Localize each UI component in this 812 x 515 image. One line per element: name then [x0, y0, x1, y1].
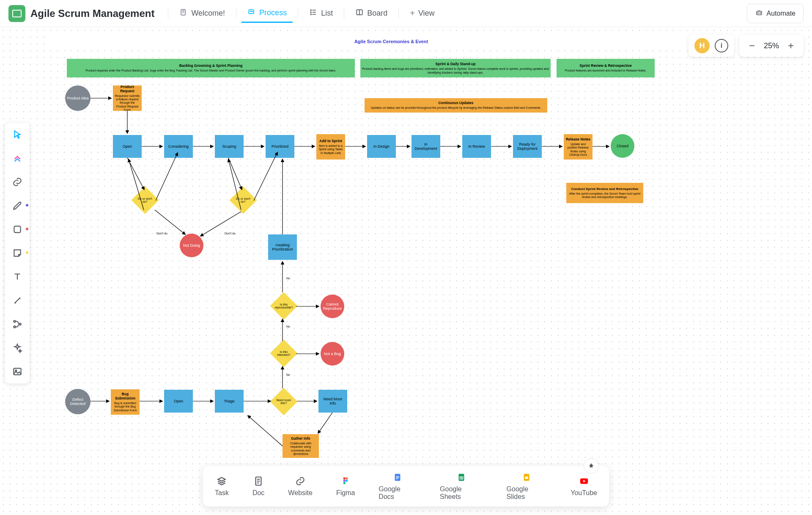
svg-point-11	[14, 326, 15, 328]
svg-point-4	[310, 14, 311, 15]
svg-point-7	[757, 13, 758, 14]
svg-point-12	[19, 323, 21, 325]
insert-website[interactable]: Website	[288, 476, 313, 497]
link-tool[interactable]	[10, 174, 25, 190]
gsheets-icon	[456, 472, 467, 483]
nav-label: Board	[367, 9, 387, 18]
cursor-tool[interactable]	[10, 127, 25, 142]
svg-point-2	[310, 10, 311, 11]
svg-rect-1	[249, 10, 254, 14]
collaborators-group: H i	[689, 35, 734, 57]
nav-label: Process	[259, 8, 287, 17]
zoom-out-button[interactable]: −	[747, 40, 757, 52]
insert-youtube[interactable]: YouTube	[571, 476, 597, 497]
nav-label: View	[418, 9, 435, 18]
insert-figma[interactable]: Figma	[336, 476, 355, 497]
shape-tool[interactable]	[10, 222, 25, 237]
insert-gdocs[interactable]: Google Docs	[379, 472, 416, 501]
insert-gslides[interactable]: Google Slides	[507, 472, 547, 501]
svg-point-10	[14, 320, 15, 322]
board-icon	[355, 8, 364, 19]
plus-icon: +	[410, 8, 415, 18]
svg-rect-9	[14, 226, 20, 232]
svg-rect-23	[396, 477, 399, 478]
flow-arrows	[0, 27, 812, 515]
task-icon	[216, 476, 227, 487]
pin-button[interactable]	[584, 458, 599, 474]
clickup-tool[interactable]	[10, 151, 25, 166]
user-avatar[interactable]: H	[694, 38, 710, 53]
nav-label: Welcome!	[191, 9, 225, 18]
text-tool[interactable]	[10, 269, 25, 284]
youtube-icon	[579, 476, 590, 487]
app-icon	[8, 5, 25, 22]
ai-tool[interactable]	[10, 340, 25, 355]
tools-toolbar	[5, 123, 30, 383]
svg-rect-13	[14, 368, 21, 375]
svg-point-3	[310, 12, 311, 13]
nav-label: List	[321, 9, 333, 18]
sticky-tool[interactable]	[10, 245, 25, 261]
zoom-in-button[interactable]: +	[786, 40, 796, 52]
insert-doc[interactable]: Doc	[252, 476, 264, 497]
app-title: Agile Scrum Management	[30, 8, 154, 19]
automate-button[interactable]: Automate	[747, 4, 804, 23]
app-header: Agile Scrum Management Welcome! Process …	[0, 0, 812, 27]
svg-rect-24	[396, 479, 398, 479]
svg-point-16	[343, 477, 346, 480]
gslides-icon	[521, 472, 532, 483]
diagram-tool[interactable]	[10, 317, 25, 332]
pen-tool[interactable]	[10, 198, 25, 213]
svg-point-17	[346, 477, 348, 480]
connector-tool[interactable]	[10, 293, 25, 308]
insert-gsheets[interactable]: Google Sheets	[440, 472, 483, 501]
automate-label: Automate	[767, 10, 796, 17]
svg-point-18	[343, 479, 346, 482]
insert-toolbar: Task Doc Website Figma Google Docs Googl…	[203, 466, 609, 507]
svg-point-8	[760, 13, 760, 14]
svg-rect-22	[396, 476, 399, 476]
svg-point-19	[346, 479, 348, 482]
info-icon[interactable]: i	[715, 39, 728, 52]
image-tool[interactable]	[10, 364, 25, 379]
gdocs-icon	[392, 472, 403, 483]
list-icon	[309, 8, 318, 19]
nav-board[interactable]: Board	[349, 5, 393, 22]
nav-list[interactable]: List	[303, 5, 339, 22]
nav-add-view[interactable]: + View	[404, 5, 440, 22]
nav-process[interactable]: Process	[241, 4, 293, 23]
document-pin-icon	[179, 8, 188, 19]
figma-icon	[340, 476, 351, 487]
link-icon	[295, 476, 306, 487]
svg-rect-28	[525, 476, 528, 479]
robot-icon	[755, 8, 763, 19]
zoom-controls: − 25% +	[739, 35, 804, 57]
doc-icon	[253, 476, 264, 487]
whiteboard-canvas[interactable]: Agile Scrum Ceremonies & Event Backlog G…	[0, 27, 812, 515]
insert-task[interactable]: Task	[215, 476, 229, 497]
whiteboard-pin-icon	[247, 8, 256, 18]
zoom-value[interactable]: 25%	[764, 41, 779, 50]
svg-point-20	[343, 482, 346, 485]
nav-welcome[interactable]: Welcome!	[173, 5, 231, 22]
